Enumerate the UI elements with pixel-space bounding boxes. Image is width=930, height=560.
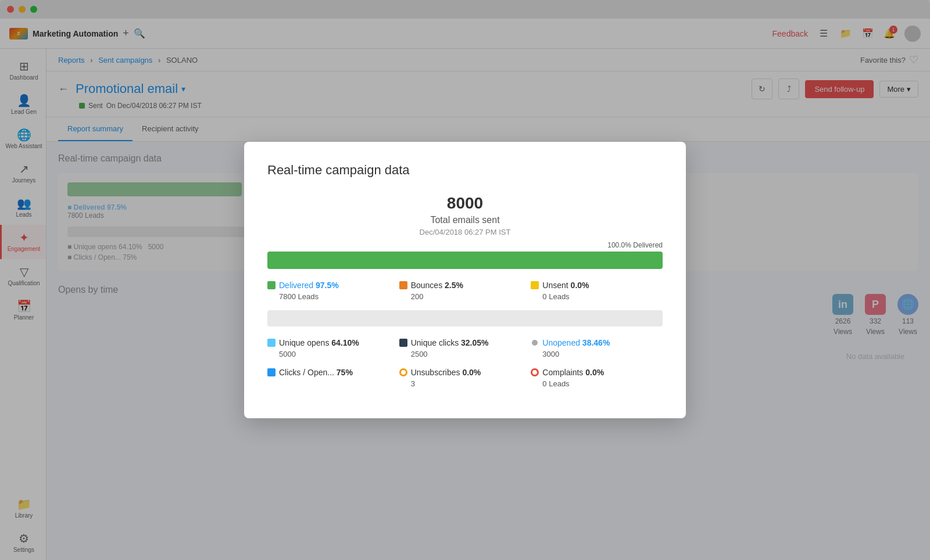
modal-total-label: Total emails sent — [267, 215, 663, 225]
unique-opens-sub: 5000 — [279, 350, 399, 358]
modal-delivered-label: 100.0% Delivered — [267, 241, 663, 249]
modal-stat-clicks-open-header: Clicks / Open... 75% — [267, 368, 399, 377]
unsent-dot — [531, 281, 539, 289]
unsent-name: Unsent 0.0% — [542, 281, 589, 290]
modal-stat-unsent: Unsent 0.0% 0 Leads — [531, 281, 663, 301]
unique-clicks-sub: 2500 — [411, 350, 531, 358]
modal-stat-clicks-open: Clicks / Open... 75% — [267, 368, 399, 388]
modal-stat-delivered-header: Delivered 97.5% — [267, 281, 399, 290]
unsubscribes-dot — [399, 368, 407, 376]
bounces-name: Bounces 2.5% — [411, 281, 463, 290]
modal-stat-unsubscribes: Unsubscribes 0.0% 3 — [399, 368, 531, 388]
unique-opens-name: Unique opens 64.10% — [279, 338, 359, 347]
unique-clicks-name: Unique clicks 32.05% — [411, 338, 489, 347]
clicks-open-dot — [267, 368, 276, 376]
unique-clicks-dot — [399, 339, 407, 347]
modal-total-section: 8000 Total emails sent Dec/04/2018 06:27… — [267, 194, 663, 236]
modal-gray-bar — [267, 310, 663, 326]
modal-overlay[interactable]: Real-time campaign data 8000 Total email… — [0, 0, 930, 560]
modal-stat-bounces: Bounces 2.5% 200 — [399, 281, 531, 301]
modal-stat-bounces-header: Bounces 2.5% — [399, 281, 531, 290]
modal-stat-unique-clicks: Unique clicks 32.05% 2500 — [399, 338, 531, 358]
unique-opens-dot — [267, 339, 276, 347]
unopened-name: Unopened 38.46% — [542, 338, 610, 347]
modal-stat-unique-opens: Unique opens 64.10% 5000 — [267, 338, 399, 358]
delivered-sub: 7800 Leads — [279, 292, 399, 301]
complaints-name: Complaints 0.0% — [542, 368, 604, 377]
clicks-open-name: Clicks / Open... 75% — [279, 368, 353, 377]
modal-stat-complaints-header: Complaints 0.0% — [531, 368, 663, 377]
unsent-sub: 0 Leads — [542, 292, 663, 301]
unsubscribes-name: Unsubscribes 0.0% — [411, 368, 481, 377]
delivered-name: Delivered 97.5% — [279, 281, 339, 290]
modal-stat-unopened: Unopened 38.46% 3000 — [531, 338, 663, 358]
unopened-sub: 3000 — [542, 350, 663, 358]
modal-stat-unopened-header: Unopened 38.46% — [531, 338, 663, 347]
modal-stats-row-2: Unique opens 64.10% 5000 Unique clicks 3… — [267, 338, 663, 358]
modal-stat-unsubscribes-header: Unsubscribes 0.0% — [399, 368, 531, 377]
modal-total-date: Dec/04/2018 06:27 PM IST — [267, 228, 663, 236]
complaints-sub: 0 Leads — [542, 379, 663, 388]
modal-stats-row-1: Delivered 97.5% 7800 Leads Bounces 2.5% … — [267, 281, 663, 301]
modal-stats-row-3: Clicks / Open... 75% Unsubscribes 0.0% 3… — [267, 368, 663, 388]
bounces-dot — [399, 281, 407, 289]
modal-stat-unique-clicks-header: Unique clicks 32.05% — [399, 338, 531, 347]
complaints-dot — [531, 368, 539, 376]
modal-total-number: 8000 — [267, 194, 663, 213]
unopened-dot — [532, 340, 538, 346]
modal-stat-delivered: Delivered 97.5% 7800 Leads — [267, 281, 399, 301]
bounces-sub: 200 — [411, 292, 531, 301]
modal-stat-unsent-header: Unsent 0.0% — [531, 281, 663, 290]
unsubscribes-sub: 3 — [411, 379, 531, 388]
modal-title: Real-time campaign data — [267, 163, 663, 178]
modal-stat-complaints: Complaints 0.0% 0 Leads — [531, 368, 663, 388]
modal-delivered-bar — [267, 252, 663, 269]
modal-realtime-data: Real-time campaign data 8000 Total email… — [244, 142, 686, 418]
modal-stat-unique-opens-header: Unique opens 64.10% — [267, 338, 399, 347]
delivered-dot — [267, 281, 276, 289]
